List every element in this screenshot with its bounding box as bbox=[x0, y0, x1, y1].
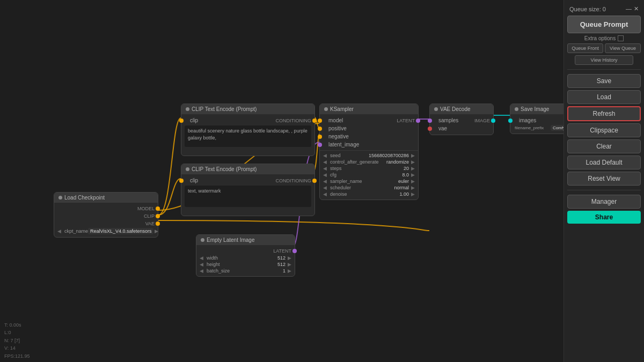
extra-options-row: Extra options bbox=[567, 35, 641, 41]
port-vae-out bbox=[156, 221, 160, 226]
clipspace-button[interactable]: Clipspace bbox=[567, 123, 641, 137]
node-save-image: Save Image images filename_prefix ComfyU… bbox=[510, 104, 564, 134]
panel-divider-1 bbox=[567, 69, 641, 70]
port-negative-in bbox=[318, 135, 322, 139]
load-button[interactable]: Load bbox=[567, 90, 641, 104]
share-button[interactable]: Share bbox=[567, 211, 641, 224]
port-conditioning-out-1 bbox=[312, 119, 317, 123]
manager-button[interactable]: Manager bbox=[567, 195, 641, 209]
node-ksampler-title: KSampler bbox=[320, 104, 418, 114]
node-dot bbox=[58, 196, 62, 200]
node-vae-decode: VAE Decode samples IMAGE vae bbox=[429, 104, 494, 135]
port-samples-in bbox=[428, 119, 432, 123]
widget-arrow-left[interactable]: ◀ bbox=[56, 228, 62, 234]
port-clip-in-2 bbox=[179, 179, 184, 183]
node-load-checkpoint: Load Checkpoint MODEL CLIP VAE ◀ ckpt_na… bbox=[54, 192, 158, 238]
clip-text-2-content[interactable]: text, watermark bbox=[185, 186, 311, 207]
clip-text-1-content[interactable]: beautiful scenery nature glass bottle la… bbox=[185, 125, 311, 147]
port-latent-out bbox=[416, 119, 420, 123]
clear-button[interactable]: Clear bbox=[567, 139, 641, 153]
port-model-in bbox=[318, 119, 322, 123]
node-clip-text-1-title: CLIP Text Encode (Prompt) bbox=[181, 104, 314, 114]
node-empty-latent: Empty Latent Image LATENT ◀ width 512 ▶ … bbox=[196, 234, 295, 277]
save-button[interactable]: Save bbox=[567, 74, 641, 88]
queue-header: Queue size: 0 — ✕ bbox=[567, 4, 641, 13]
reset-view-button[interactable]: Reset View bbox=[567, 172, 641, 186]
node-clip-text-2: CLIP Text Encode (Prompt) clip CONDITION… bbox=[181, 164, 315, 216]
close-icon[interactable]: ✕ bbox=[634, 5, 639, 12]
port-image-out bbox=[491, 119, 495, 123]
port-latent-in bbox=[318, 143, 322, 147]
port-images-in bbox=[508, 119, 513, 123]
view-queue-button[interactable]: View Queue bbox=[605, 43, 641, 53]
minimize-icon[interactable]: — bbox=[626, 5, 632, 12]
port-vae-in bbox=[428, 127, 432, 131]
queue-prompt-button[interactable]: Queue Prompt bbox=[567, 16, 641, 33]
status-bar: T: 0.00s L:0 N: 7 [7] V: 14 FPS:121.95 bbox=[0, 319, 34, 362]
widget-arrow-right[interactable]: ▶ bbox=[153, 228, 159, 234]
queue-actions-row: Queue Front View Queue bbox=[567, 43, 641, 53]
node-load-checkpoint-title: Load Checkpoint bbox=[54, 193, 158, 203]
load-default-button[interactable]: Load Default bbox=[567, 156, 641, 169]
port-conditioning-out-2 bbox=[312, 179, 317, 183]
view-history-button[interactable]: View History bbox=[575, 55, 634, 65]
extra-options-checkbox[interactable] bbox=[618, 35, 624, 41]
port-latent-out-2 bbox=[292, 249, 297, 253]
queue-front-button[interactable]: Queue Front bbox=[567, 43, 603, 53]
port-clip-out bbox=[156, 214, 160, 218]
node-canvas[interactable]: Load Checkpoint MODEL CLIP VAE ◀ ckpt_na… bbox=[0, 0, 564, 362]
node-save-image-title: Save Image bbox=[510, 104, 564, 114]
queue-icons: — ✕ bbox=[626, 5, 639, 12]
refresh-button[interactable]: Refresh bbox=[567, 106, 641, 121]
port-positive-in bbox=[318, 127, 322, 131]
node-clip-text-2-title: CLIP Text Encode (Prompt) bbox=[181, 164, 314, 174]
node-vae-decode-title: VAE Decode bbox=[430, 104, 493, 114]
node-empty-latent-title: Empty Latent Image bbox=[196, 235, 295, 245]
right-panel: Queue size: 0 — ✕ Queue Prompt Extra opt… bbox=[564, 0, 644, 362]
panel-divider-2 bbox=[567, 190, 641, 190]
node-clip-text-1: CLIP Text Encode (Prompt) clip CONDITION… bbox=[181, 104, 315, 156]
port-clip-in-1 bbox=[179, 119, 184, 123]
port-model-out bbox=[156, 206, 160, 211]
node-ksampler: KSampler model LATENT positive negative … bbox=[319, 104, 419, 200]
